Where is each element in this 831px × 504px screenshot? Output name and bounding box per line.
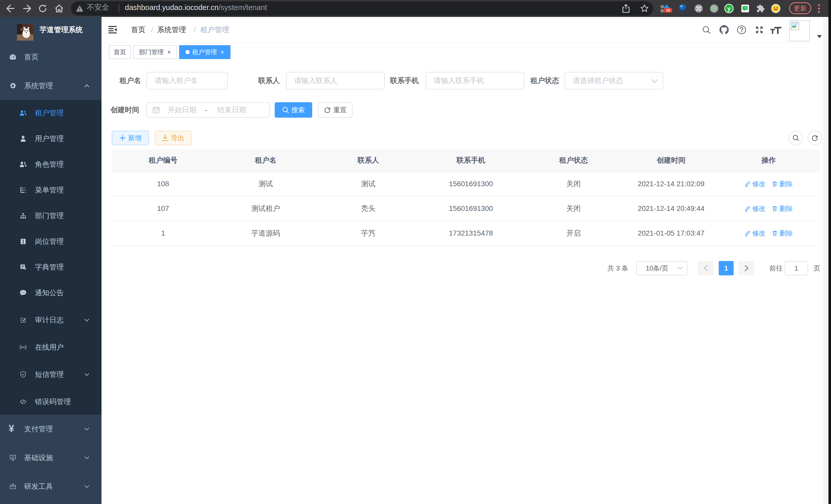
svg-text:y: y (727, 5, 731, 12)
